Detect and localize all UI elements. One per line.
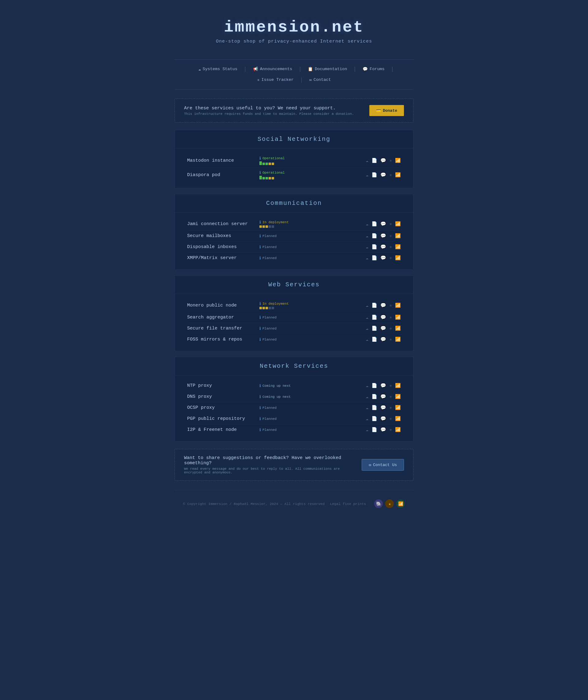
cloud-service-icon[interactable]: ☁ — [366, 394, 368, 400]
issue-service-icon[interactable]: ✳ — [389, 314, 392, 320]
section-body-web-services: Monero public nodeℹIn deployment☁📄💬✳📶Sea… — [175, 294, 413, 351]
cloud-service-icon[interactable]: ☁ — [366, 427, 368, 433]
contact-us-button[interactable]: ✉ Contact Us — [362, 459, 404, 471]
docs-service-icon[interactable]: 📄 — [371, 255, 377, 261]
docs-service-icon[interactable]: 📄 — [371, 314, 377, 320]
wifi-footer-icon[interactable]: 📶 — [396, 499, 405, 508]
contact-banner: Want to share suggestions or feedback? H… — [175, 449, 413, 481]
donate-button-label: Donate — [383, 108, 397, 113]
issue-service-icon[interactable]: ✳ — [389, 337, 392, 342]
issue-service-icon[interactable]: ✳ — [389, 255, 392, 261]
wifi-service-icon[interactable]: 📶 — [395, 233, 401, 239]
cloud-service-icon[interactable]: ☁ — [366, 303, 368, 308]
nav-announcements[interactable]: 📢 Announcements — [249, 65, 296, 73]
docs-service-icon[interactable]: 📄 — [371, 394, 377, 400]
docs-service-icon[interactable]: 📄 — [371, 244, 377, 250]
status-bars — [259, 161, 285, 165]
docs-service-icon[interactable]: 📄 — [371, 405, 377, 411]
cloud-service-icon[interactable]: ☁ — [366, 172, 368, 178]
service-row: Monero public nodeℹIn deployment☁📄💬✳📶 — [187, 299, 401, 312]
cloud-service-icon[interactable]: ☁ — [366, 383, 368, 389]
chat-service-icon[interactable]: 💬 — [380, 244, 386, 250]
service-action-icons: ☁📄💬✳📶 — [366, 303, 401, 308]
docs-service-icon[interactable]: 📄 — [371, 233, 377, 239]
issue-service-icon[interactable]: ✳ — [389, 244, 392, 250]
wifi-service-icon[interactable]: 📶 — [395, 337, 401, 342]
service-name: Jami connection server — [187, 221, 254, 227]
issue-service-icon[interactable]: ✳ — [389, 221, 392, 227]
chat-service-icon[interactable]: 💬 — [380, 427, 386, 433]
cloud-service-icon[interactable]: ☁ — [366, 416, 368, 422]
issue-service-icon[interactable]: ✳ — [389, 416, 392, 422]
issue-service-icon[interactable]: ✳ — [389, 172, 392, 178]
issue-service-icon[interactable]: ✳ — [389, 233, 392, 239]
issue-service-icon[interactable]: ✳ — [389, 326, 392, 331]
chat-service-icon[interactable]: 💬 — [380, 326, 386, 331]
docs-service-icon[interactable]: 📄 — [371, 303, 377, 308]
chat-service-icon[interactable]: 💬 — [380, 394, 386, 400]
issue-service-icon[interactable]: ✳ — [389, 405, 392, 411]
nav-systems-status[interactable]: ☁ Systems Status — [194, 65, 242, 73]
chat-service-icon[interactable]: 💬 — [380, 383, 386, 389]
cloud-service-icon[interactable]: ☁ — [366, 255, 368, 261]
wifi-service-icon[interactable]: 📶 — [395, 303, 401, 308]
mastodon-icon[interactable]: 🐘 — [374, 499, 383, 508]
wifi-service-icon[interactable]: 📶 — [395, 255, 401, 261]
issue-service-icon[interactable]: ✳ — [389, 158, 392, 164]
docs-service-icon[interactable]: 📄 — [371, 172, 377, 178]
cloud-service-icon[interactable]: ☁ — [366, 233, 368, 239]
cloud-service-icon[interactable]: ☁ — [366, 221, 368, 227]
cloud-service-icon[interactable]: ☁ — [366, 405, 368, 411]
chat-service-icon[interactable]: 💬 — [380, 172, 386, 178]
nav-forums[interactable]: 💬 Forums — [358, 65, 389, 73]
docs-service-icon[interactable]: 📄 — [371, 326, 377, 331]
wifi-service-icon[interactable]: 📶 — [395, 427, 401, 433]
wifi-service-icon[interactable]: 📶 — [395, 244, 401, 250]
status-text: Coming up next — [262, 384, 291, 388]
issue-service-icon[interactable]: ✳ — [389, 427, 392, 433]
cloud-service-icon[interactable]: ☁ — [366, 314, 368, 320]
docs-service-icon[interactable]: 📄 — [371, 383, 377, 389]
wifi-service-icon[interactable]: 📶 — [395, 416, 401, 422]
cloud-service-icon[interactable]: ☁ — [366, 326, 368, 331]
docs-service-icon[interactable]: 📄 — [371, 337, 377, 342]
wifi-service-icon[interactable]: 📶 — [395, 383, 401, 389]
wifi-service-icon[interactable]: 📶 — [395, 172, 401, 178]
docs-service-icon[interactable]: 📄 — [371, 221, 377, 227]
chat-service-icon[interactable]: 💬 — [380, 337, 386, 342]
cloud-service-icon[interactable]: ☁ — [366, 337, 368, 342]
nav-documentation[interactable]: 📋 Documentation — [303, 65, 351, 73]
docs-service-icon[interactable]: 📄 — [371, 158, 377, 164]
chat-service-icon[interactable]: 💬 — [380, 158, 386, 164]
donate-button[interactable]: 💳 Donate — [369, 105, 404, 116]
chat-service-icon[interactable]: 💬 — [380, 221, 386, 227]
chat-service-icon[interactable]: 💬 — [380, 303, 386, 308]
chat-service-icon[interactable]: 💬 — [380, 233, 386, 239]
star-icon[interactable]: ★ — [385, 499, 394, 508]
issue-service-icon[interactable]: ✳ — [389, 383, 392, 389]
wifi-service-icon[interactable]: 📶 — [395, 326, 401, 331]
nav-issue-tracker[interactable]: ✳ Issue Tracker — [253, 75, 298, 84]
docs-service-icon[interactable]: 📄 — [371, 427, 377, 433]
wifi-service-icon[interactable]: 📶 — [395, 158, 401, 164]
chat-service-icon[interactable]: 💬 — [380, 416, 386, 422]
status-bar — [272, 177, 274, 179]
docs-service-icon[interactable]: 📄 — [371, 416, 377, 422]
chat-service-icon[interactable]: 💬 — [380, 405, 386, 411]
cloud-service-icon[interactable]: ☁ — [366, 244, 368, 250]
chat-service-icon[interactable]: 💬 — [380, 255, 386, 261]
service-status: ℹPlanned — [259, 405, 321, 410]
wifi-service-icon[interactable]: 📶 — [395, 314, 401, 320]
forums-icon: 💬 — [363, 66, 368, 72]
issue-service-icon[interactable]: ✳ — [389, 394, 392, 400]
wifi-service-icon[interactable]: 📶 — [395, 394, 401, 400]
footer-legal-link[interactable]: Legal fine prints — [330, 502, 366, 506]
wifi-service-icon[interactable]: 📶 — [395, 405, 401, 411]
nav-contact[interactable]: ✉ Contact — [305, 75, 335, 84]
issue-service-icon[interactable]: ✳ — [389, 303, 392, 308]
section-communication: CommunicationJami connection serverℹIn d… — [175, 194, 413, 270]
chat-service-icon[interactable]: 💬 — [380, 314, 386, 320]
wifi-service-icon[interactable]: 📶 — [395, 221, 401, 227]
service-status: ℹPlanned — [259, 315, 321, 320]
cloud-service-icon[interactable]: ☁ — [366, 158, 368, 164]
